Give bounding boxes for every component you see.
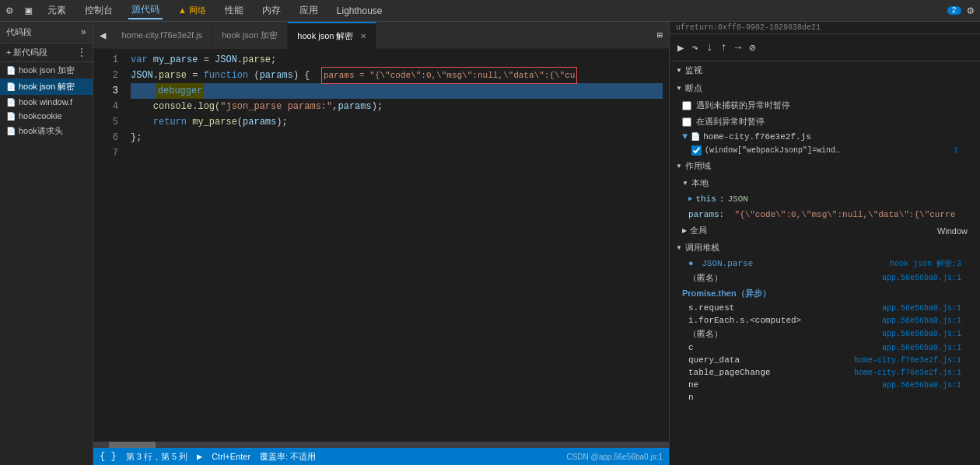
snippets-toolbar: + 新代码段 ⋮ [0,44,93,62]
scope-this-expand[interactable]: ▶ this: JSON [688,193,961,205]
editor-scrollbar[interactable] [93,442,669,448]
snippet-item-hookcookie[interactable]: 📄 hookcookie [0,109,93,123]
callstack-loc-9: app.56e56ba0.js:1 [882,381,961,390]
snippet-item-hook-request[interactable]: 📄 hook请求头 [0,123,93,139]
local-arrow-icon: ▼ [682,180,688,187]
callstack-section-header[interactable]: ▼ 调用堆栈 [670,239,980,257]
add-snippet-button[interactable]: + 新代码段 [6,47,47,58]
tab-hook-json-jiami[interactable]: hook json 加密 [212,22,288,49]
line-num-4: 4 [93,99,118,114]
paren5: ( [237,114,243,130]
snippets-header: 代码段 » [0,22,93,44]
snippet-file-icon: 📄 [6,98,16,107]
step-into-button[interactable]: ↓ [705,40,714,55]
local-label: 本地 [691,177,709,189]
dot2: . [153,68,159,83]
dot3: . [192,99,198,114]
run-icon[interactable]: ▶ [197,451,202,463]
watch-section-header[interactable]: ▼ 监视 [670,61,980,79]
callstack-name-6: c [688,343,694,352]
var-my-parse: my_parse [153,52,198,68]
global-scope-header[interactable]: ▶ 全局 Window [670,222,980,239]
callstack-item-8[interactable]: table_pageChange home-city.f76e3e2f.js:1 [670,366,980,379]
scope-params-row: params: "{\"code\":0,\"msg\":null,\"data… [670,207,980,222]
op2: = [192,68,198,83]
menu-lighthouse[interactable]: Lighthouse [334,4,386,18]
snippet-item-hook-json-jiami[interactable]: 📄 hook json 加密 [0,62,93,79]
breakpoint-sub-row: (window["webpackJsonp"]=window["webpackJ… [670,144,980,157]
code-editor[interactable]: 1 2 3 4 5 6 7 var my_parse = JSON.parse;… [93,49,669,442]
callstack-item-9[interactable]: ne app.56e56ba0.js:1 [670,379,980,391]
right-content: ▼ 监视 ▼ 断点 遇到未捕获的异常时暂停 在遇到异常时暂停 ▼ 📄 home-… [670,61,980,465]
tab-collapse-icon[interactable]: ◀ [93,29,112,42]
callstack-item-7[interactable]: query_data home-city.f76e3e2f.js:1 [670,354,980,366]
menu-memory[interactable]: 内存 [259,2,284,19]
snippet-item-hook-window-f[interactable]: 📄 hook window.f [0,95,93,109]
code-line-4: console.log("json_parse params:",params)… [131,99,663,114]
scope-arrow-icon: ▼ [676,163,682,170]
snippet-item-hook-json-jiemi[interactable]: 📄 hook json 解密 [0,79,93,95]
callstack-label: 调用堆栈 [685,242,719,253]
paren6: ) [276,114,282,130]
callstack-item-5[interactable]: （匿名） app.56e56ba0.js:1 [670,327,980,341]
tab-home-city[interactable]: home-city.f76e3e2f.js [112,22,212,49]
step-out-button[interactable]: ↑ [719,40,728,55]
breakpoint-sub-text: (window["webpackJsonp"]=window["webpackJ… [705,146,845,155]
caught-checkbox[interactable] [682,117,691,127]
step-button[interactable]: → [733,40,743,55]
settings-icon[interactable]: ⚙ [968,4,974,17]
breakpoint-checkbox[interactable] [691,145,702,156]
callstack-item-1[interactable]: （匿名） app.56e56ba0.js:1 [670,271,980,285]
tab-close-icon[interactable]: ✕ [360,32,366,40]
deactivate-button[interactable]: ⊘ [747,40,757,56]
tab-hook-json-jiemi[interactable]: hook json 解密 ✕ [288,22,376,49]
code-content[interactable]: var my_parse = JSON.parse; JSON.parse = … [124,49,669,442]
callstack-loc-1: app.56e56ba0.js:1 [882,274,961,282]
callstack-name-5: （匿名） [688,328,723,340]
line-numbers: 1 2 3 4 5 6 7 [93,49,124,442]
menu-performance[interactable]: 性能 [222,2,247,19]
comma: , [332,99,338,114]
step-over-button[interactable]: ↷ [690,40,699,56]
dot: . [237,52,243,68]
tab-label: hook json 解密 [297,30,353,42]
resume-button[interactable]: ▶ [676,40,685,56]
editor-scrollbar-thumb[interactable] [109,442,156,448]
menu-elements[interactable]: 元素 [44,2,69,19]
kw-function: function [204,68,249,83]
semi1: ; [271,52,276,68]
breakpoint-line: 1 [954,146,958,155]
callstack-item-0[interactable]: ● JSON.parse hook json 解密:3 [670,257,980,271]
callstack-item-3[interactable]: s.request app.56e56ba0.js:1 [670,302,980,314]
snippets-title: 代码段 [6,26,32,38]
paren3: ( [215,99,220,114]
uncaught-checkbox[interactable] [682,101,691,110]
menu-application[interactable]: 应用 [296,2,321,19]
callstack-loc-3: app.56e56ba0.js:1 [882,304,961,313]
line-num-5: 5 [93,114,118,130]
scope-section-header[interactable]: ▼ 作用域 [670,157,980,175]
snippets-more-icon[interactable]: » [81,27,86,38]
fn-console: console [153,99,192,114]
menu-sources[interactable]: 源代码 [128,2,163,19]
callstack-item-4[interactable]: i.forEach.s.<computed> app.56e56ba0.js:1 [670,314,980,327]
code-line-5: return my_parse(params); [131,114,663,130]
tabs-bar: ◀ home-city.f76e3e2f.js hook json 加密 hoo… [93,22,669,49]
breakpoint-file-icon: 📄 [691,132,700,142]
callstack-name-4: i.forEach.s.<computed> [688,316,801,325]
callstack-item-6[interactable]: c app.56e56ba0.js:1 [670,341,980,354]
breakpoints-section-header[interactable]: ▼ 断点 [670,79,980,97]
menu-console[interactable]: 控制台 [82,2,116,19]
fn-parse: parse [243,52,271,68]
semi2: ; [377,99,383,114]
local-scope-header[interactable]: ▼ 本地 [670,175,980,191]
notification-badge: 2 [947,6,961,15]
menu-network[interactable]: ▲ 网络 [175,3,209,18]
status-bar: { } 第 3 行，第 5 列 ▶ Ctrl+Enter 覆盖率: 不适用 CS… [93,448,669,465]
editor-area: ◀ home-city.f76e3e2f.js hook json 加密 hoo… [93,22,669,465]
snippets-kebab-icon[interactable]: ⋮ [77,47,86,58]
callstack-item-10[interactable]: n [670,391,980,404]
watch-arrow-icon: ▼ [676,67,682,74]
callstack-arrow-active: ● [688,259,694,268]
tab-grid-icon[interactable]: ⊞ [651,30,669,41]
